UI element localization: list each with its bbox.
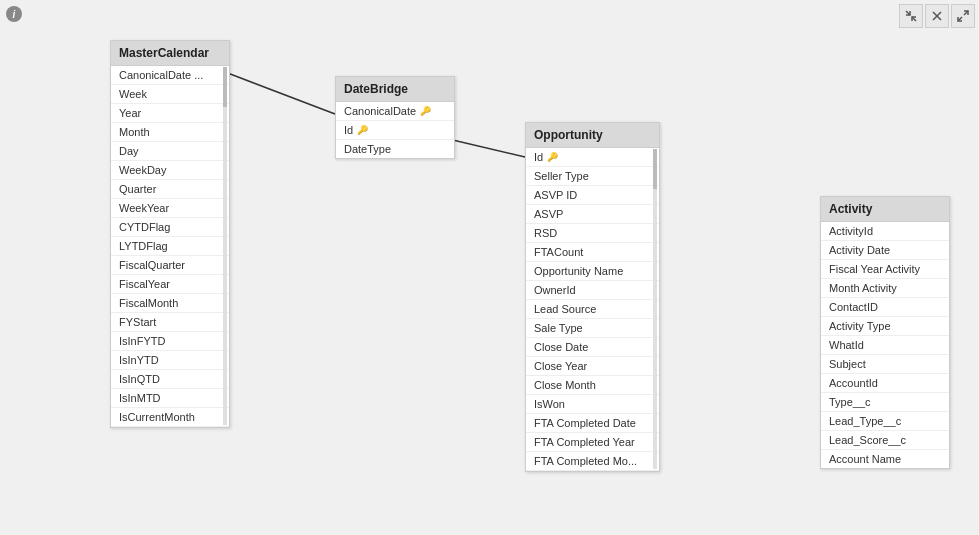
table-row: IsInMTD bbox=[111, 389, 229, 408]
opportunity-title: Opportunity bbox=[526, 123, 659, 148]
table-row: Lead_Score__c bbox=[821, 431, 949, 450]
datebridge-table: DateBridge CanonicalDate 🔑 Id 🔑 DateType bbox=[335, 76, 455, 159]
activity-title: Activity bbox=[821, 197, 949, 222]
table-row: IsInQTD bbox=[111, 370, 229, 389]
toolbar bbox=[899, 4, 975, 28]
table-row: FTA Completed Mo... bbox=[526, 452, 659, 471]
table-row: CanonicalDate 🔑 bbox=[336, 102, 454, 121]
datebridge-title: DateBridge bbox=[336, 77, 454, 102]
table-row: Fiscal Year Activity bbox=[821, 260, 949, 279]
table-row: AccountId bbox=[821, 374, 949, 393]
table-row: Id 🔑 bbox=[336, 121, 454, 140]
table-row: ContactID bbox=[821, 298, 949, 317]
svg-line-0 bbox=[225, 72, 335, 114]
table-row: CYTDFlag bbox=[111, 218, 229, 237]
table-row: WeekYear bbox=[111, 199, 229, 218]
table-row: Lead_Type__c bbox=[821, 412, 949, 431]
table-row: Id 🔑 bbox=[526, 148, 659, 167]
table-row: FYStart bbox=[111, 313, 229, 332]
table-row: Year bbox=[111, 104, 229, 123]
table-row: WeekDay bbox=[111, 161, 229, 180]
table-row: Close Date bbox=[526, 338, 659, 357]
table-row: IsWon bbox=[526, 395, 659, 414]
table-row: Lead Source bbox=[526, 300, 659, 319]
table-row: WhatId bbox=[821, 336, 949, 355]
activity-table: Activity ActivityId Activity Date Fiscal… bbox=[820, 196, 950, 469]
key-icon: 🔑 bbox=[357, 125, 368, 135]
collapse-button[interactable] bbox=[899, 4, 923, 28]
table-row: FiscalYear bbox=[111, 275, 229, 294]
key-icon: 🔑 bbox=[547, 152, 558, 162]
table-row: Close Year bbox=[526, 357, 659, 376]
table-row: FTA Completed Date bbox=[526, 414, 659, 433]
table-row: Subject bbox=[821, 355, 949, 374]
mastercalendar-title: MasterCalendar bbox=[111, 41, 229, 66]
table-row: RSD bbox=[526, 224, 659, 243]
table-row: Close Month bbox=[526, 376, 659, 395]
opportunity-table: Opportunity Id 🔑 Seller Type ASVP ID ASV… bbox=[525, 122, 660, 472]
table-row: Account Name bbox=[821, 450, 949, 468]
table-row: FTA Completed Year bbox=[526, 433, 659, 452]
table-row: ASVP bbox=[526, 205, 659, 224]
table-row: IsCurrentMonth bbox=[111, 408, 229, 427]
table-row: ActivityId bbox=[821, 222, 949, 241]
table-row: Opportunity Name bbox=[526, 262, 659, 281]
expand-button[interactable] bbox=[951, 4, 975, 28]
table-row: Week bbox=[111, 85, 229, 104]
table-row: CanonicalDate ... bbox=[111, 66, 229, 85]
table-row: IsInYTD bbox=[111, 351, 229, 370]
key-icon: 🔑 bbox=[420, 106, 431, 116]
table-row: LYTDFlag bbox=[111, 237, 229, 256]
table-row: Month Activity bbox=[821, 279, 949, 298]
table-row: Sale Type bbox=[526, 319, 659, 338]
table-row: Quarter bbox=[111, 180, 229, 199]
table-row: FiscalQuarter bbox=[111, 256, 229, 275]
table-row: Seller Type bbox=[526, 167, 659, 186]
table-row: DateType bbox=[336, 140, 454, 158]
table-row: Day bbox=[111, 142, 229, 161]
table-row: Activity Date bbox=[821, 241, 949, 260]
close-button[interactable] bbox=[925, 4, 949, 28]
mastercalendar-table: MasterCalendar CanonicalDate ... Week Ye… bbox=[110, 40, 230, 428]
info-icon: i bbox=[6, 6, 22, 22]
table-row: FTACount bbox=[526, 243, 659, 262]
table-row: ASVP ID bbox=[526, 186, 659, 205]
canvas: i MasterCalendar CanonicalDa bbox=[0, 0, 979, 535]
table-row: IsInFYTD bbox=[111, 332, 229, 351]
table-row: Month bbox=[111, 123, 229, 142]
table-row: FiscalMonth bbox=[111, 294, 229, 313]
table-row: Type__c bbox=[821, 393, 949, 412]
table-row: OwnerId bbox=[526, 281, 659, 300]
table-row: Activity Type bbox=[821, 317, 949, 336]
